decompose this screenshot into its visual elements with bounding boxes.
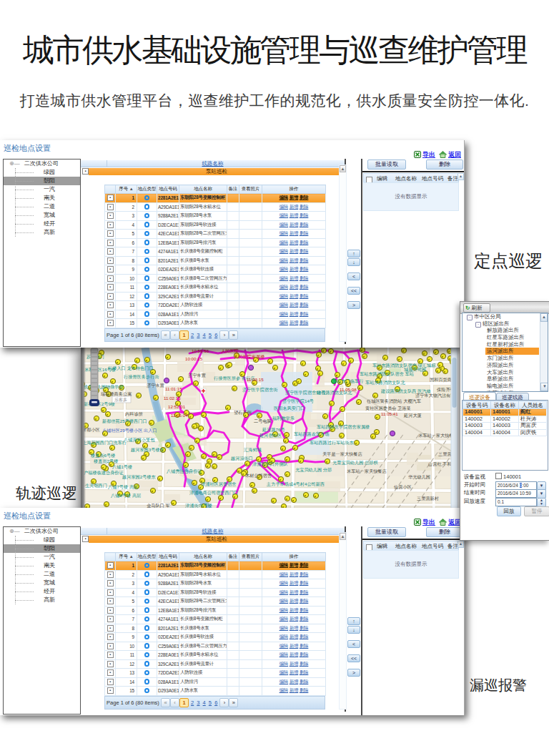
svg-text:八铺8号楼 高层: 八铺8号楼 高层 (111, 493, 141, 498)
svg-text:八铺7号楼 高层: 八铺7号楼 高层 (108, 484, 138, 489)
svg-text:车站东路消防支队宿舍 车站: 车站东路消防支队宿舍 车站 (360, 371, 414, 377)
svg-text:济宁市置: 济宁市置 (188, 373, 207, 378)
svg-text:主力子市场成4号村4公司新西: 主力子市场成4号村4公司新西 (266, 481, 325, 487)
svg-text:12:52:01: 12:52:01 (168, 404, 186, 409)
svg-text:11:01:15: 11:01:15 (165, 386, 182, 391)
svg-text:越河家园2号楼东: 越河家园2号楼东 (122, 474, 156, 480)
svg-text:延河路76号: 延河路76号 (262, 427, 285, 433)
svg-text:楼直街6号楼: 楼直街6号楼 (91, 453, 115, 458)
svg-text:仙营小区: 仙营小区 (394, 484, 412, 490)
svg-text:人民医院家属楼: 人民医院家属楼 (234, 354, 264, 360)
svg-text:济宁医学院宿舍街: 济宁医学院宿舍街 (242, 387, 278, 393)
svg-text:三里营: 三里营 (438, 451, 452, 457)
svg-text:津浦社区居委宿舍: 津浦社区居委宿舍 (201, 481, 237, 487)
svg-text:10:00:15: 10:00:15 (185, 356, 203, 361)
svg-text:乐客多: 乐客多 (114, 397, 127, 403)
svg-text:车站西路过行军站街东: 车站西路过行军站街东 (310, 440, 354, 446)
svg-text:津浦街区口外侧队: 津浦街区口外侧队 (252, 461, 288, 467)
svg-text:木材公司宿舍: 木材公司宿舍 (245, 473, 272, 478)
svg-text:任城区警务消防站 大樱汽车: 任城区警务消防站 大樱汽车 (366, 398, 422, 404)
svg-text:越河沿街口: 越河沿街口 (231, 456, 253, 461)
svg-text:城服齐驾园: 城服齐驾园 (404, 367, 426, 373)
svg-text:机关幼儿园特殊学校: 机关幼儿园特殊学校 (84, 384, 124, 390)
svg-text:三里营新村: 三里营新村 (417, 496, 439, 501)
svg-text:车站东路消防支队北: 车站东路消防支队北 (365, 380, 406, 386)
svg-text:延河大厦: 延河大厦 (403, 413, 422, 418)
svg-text:济宁医学院14号: 济宁医学院14号 (282, 398, 314, 404)
svg-text:10:59:56: 10:59:56 (192, 348, 209, 353)
svg-text:楼直街2号楼: 楼直街2号楼 (94, 458, 118, 464)
svg-text:二号电脑: 二号电脑 (254, 418, 272, 423)
svg-text:延河宿社区: 延河宿社区 (259, 433, 282, 438)
svg-text:11:05:41: 11:05:41 (381, 411, 398, 416)
svg-text:金马队口 军: 金马队口 军 (147, 503, 170, 508)
svg-text:新都佳苑25号楼西门口: 新都佳苑25号楼西门口 (102, 418, 147, 424)
svg-text:望石不倒: 望石不倒 (234, 410, 252, 416)
svg-text:八铺社区29号楼小区 出入口: 八铺社区29号楼小区 出入口 (102, 428, 157, 433)
svg-text:生宾馆西门: 生宾馆西门 (85, 483, 107, 489)
svg-text:人民医院: 人民医院 (221, 348, 239, 354)
svg-text:米车站一家天快餐店: 米车站一家天快餐店 (347, 468, 387, 474)
svg-text:八铺秀连合身份证: 八铺秀连合身份证 (167, 468, 202, 474)
svg-text:光育宝贝幼儿园 总部棋: 光育宝贝幼儿园 总部棋 (332, 460, 378, 466)
svg-text:福利教堂乐: 福利教堂乐 (272, 416, 295, 421)
svg-text:11:02:15: 11:02:15 (164, 396, 181, 401)
svg-text:光宝贝幼儿园 分部: 光宝贝幼儿园 分部 (295, 467, 332, 473)
svg-text:上海花园西门口洗车行: 上海花园西门口洗车行 (82, 440, 127, 446)
svg-text:天平是一家大快餐店: 天平是一家大快餐店 (322, 451, 363, 457)
svg-text:华光幼儿园: 华光幼儿园 (408, 474, 430, 480)
svg-text:内科诊所: 内科诊所 (125, 411, 144, 416)
svg-text:津浦电商公司宿舍西门口: 津浦电商公司宿舍西门口 (189, 490, 238, 496)
svg-text:米利小区16号楼: 米利小区16号楼 (84, 367, 116, 372)
svg-text:汇海鲜城: 汇海鲜城 (244, 447, 262, 453)
svg-text:越河家园3号楼东: 越河家园3号楼东 (131, 447, 164, 453)
svg-text:行接骨医务步行街: 行接骨医务步行街 (124, 374, 159, 380)
svg-text:11:05:08: 11:05:08 (340, 387, 357, 392)
svg-text:车站东门临车行: 车站东门临车行 (332, 378, 363, 384)
svg-text:医阳名风安门口: 医阳名风安门口 (274, 406, 305, 411)
svg-text:11:05:04: 11:05:04 (171, 413, 188, 418)
svg-text:11:03:15: 11:03:15 (247, 377, 264, 382)
svg-text:八铺海鲜小笼包: 八铺海鲜小笼包 (124, 437, 155, 443)
svg-text:车站西路农贸市场: 车站西路农贸市场 (294, 431, 330, 437)
svg-text:黄社区居委员会 卫浴菜: 黄社区居委员会 卫浴菜 (365, 406, 411, 411)
svg-text:户福楼临速合身份证: 户福楼临速合身份证 (84, 470, 124, 476)
svg-text:车站西路医学院宿舍家属楼: 车站西路医学院宿舍家属楼 (317, 424, 370, 430)
svg-text:八铺1号楼: 八铺1号楼 (112, 464, 132, 469)
svg-text:济宁市置: 济宁市置 (147, 383, 165, 388)
